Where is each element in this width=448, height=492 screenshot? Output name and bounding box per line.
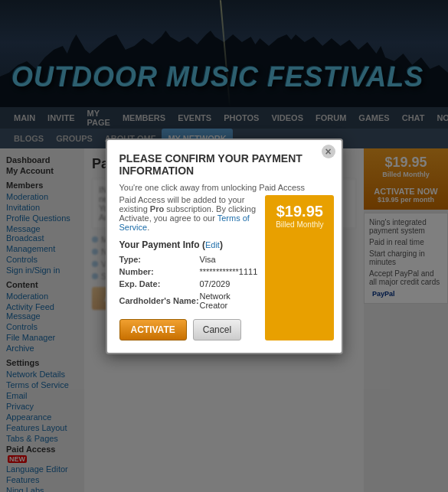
payment-expiry-label: Exp. Date: <box>119 279 200 288</box>
modal-left: Paid Access will be added to your existi… <box>119 195 258 340</box>
payment-expiry-row: Exp. Date: 07/2029 <box>119 279 258 288</box>
modal-activate-button[interactable]: ACTIVATE <box>119 319 187 340</box>
modal-close-button[interactable]: × <box>322 145 335 158</box>
payment-number-value: ************1111 <box>200 267 258 276</box>
modal-body: Paid Access will be added to your existi… <box>119 195 329 340</box>
payment-number-label: Number: <box>119 267 200 276</box>
payment-type-label: Type: <box>119 255 200 264</box>
modal-price: $19.95 <box>273 203 326 220</box>
modal-description: Paid Access will be added to your existi… <box>119 195 258 232</box>
modal-title: PLEASE CONFIRM YOUR PAYMENT INFORMATION <box>119 152 329 177</box>
payment-type-value: Visa <box>200 255 216 264</box>
modal-overlay: × PLEASE CONFIRM YOUR PAYMENT INFORMATIO… <box>0 0 448 492</box>
payment-modal: × PLEASE CONFIRM YOUR PAYMENT INFORMATIO… <box>106 138 343 354</box>
modal-billed: Billed Monthly <box>273 220 326 229</box>
payment-expiry-value: 07/2029 <box>200 279 231 288</box>
tos-link[interactable]: Terms of Service <box>119 213 250 232</box>
modal-cancel-button[interactable]: Cancel <box>193 319 241 340</box>
modal-actions: ACTIVATE Cancel <box>119 319 258 340</box>
modal-price-box: $19.95 Billed Monthly <box>265 195 334 340</box>
payment-name-row: Cardholder's Name: Network Creator <box>119 292 258 310</box>
modal-subtitle: You're one click away from unlocking Pai… <box>119 183 329 192</box>
payment-info-title: Your Payment Info (Edit) <box>119 239 258 250</box>
payment-number-row: Number: ************1111 <box>119 267 258 276</box>
payment-type-row: Type: Visa <box>119 255 258 264</box>
edit-payment-link[interactable]: Edit <box>205 240 220 249</box>
payment-name-label: Cardholder's Name: <box>119 296 200 305</box>
payment-name-value: Network Creator <box>200 292 258 310</box>
